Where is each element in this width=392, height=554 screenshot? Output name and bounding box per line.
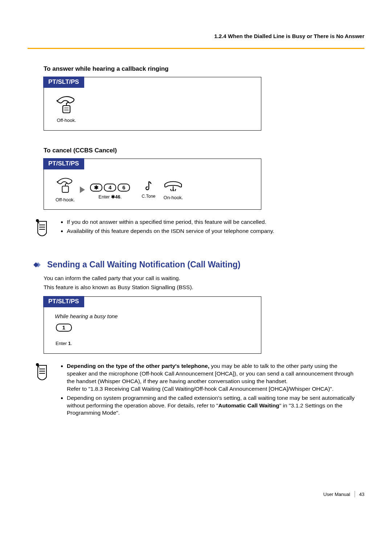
svg-marker-2 (172, 190, 174, 192)
device-tab-3: PT/SLT/PS (43, 296, 84, 307)
note-item: If you do not answer within a specified … (67, 218, 274, 226)
note-item: Depending on system programming and the … (67, 394, 358, 417)
step2-offhook-caption: Off-hook. (56, 197, 75, 203)
step2-onhook-caption: On-hook. (164, 194, 183, 201)
step1-caption: Off-hook. (57, 117, 76, 124)
offhook-icon (56, 95, 77, 115)
section1-title: To answer while hearing a callback ringi… (44, 65, 364, 73)
header-breadcrumb: 1.2.4 When the Dialled Line is Busy or T… (28, 33, 364, 40)
section2-title: To cancel (CCBS Cancel) (44, 147, 364, 155)
offhook-icon (56, 177, 75, 194)
footer-divider (355, 491, 355, 497)
intro-line-1: You can inform the called party that you… (44, 275, 364, 282)
key-6: 6 (118, 184, 130, 192)
page-number: 43 (359, 491, 364, 498)
ctone-label: C.Tone (142, 193, 155, 199)
diamond-bullet-icon (33, 261, 44, 269)
svg-rect-1 (62, 186, 68, 192)
ctone-icon (144, 180, 153, 191)
key-star: ✱ (90, 184, 102, 192)
notes-list-1: If you do not answer within a specified … (60, 218, 274, 237)
condition-text: While hearing a busy tone (44, 313, 261, 324)
note-item: Depending on the type of the other party… (67, 362, 358, 393)
note-icon (34, 362, 50, 418)
arrow-icon (80, 186, 85, 193)
device-tab-1: PT/SLT/PS (43, 77, 84, 88)
header-rule (28, 48, 364, 49)
step3-enter-caption: Enter 1. (56, 340, 72, 347)
device-tab-2: PT/SLT/PS (43, 158, 84, 169)
intro-line-2: This feature is also known as Busy Stati… (44, 284, 364, 291)
key-4: 4 (104, 184, 116, 192)
notes-list-2: Depending on the type of the other party… (60, 362, 358, 418)
footer-label: User Manual (323, 491, 350, 498)
procedure-box-1: PT/SLT/PS Off-hook. (44, 77, 261, 131)
onhook-icon (163, 179, 183, 192)
note-item: Availability of this feature depends on … (67, 227, 274, 235)
procedure-box-3: PT/SLT/PS While hearing a busy tone 1 En… (44, 296, 261, 354)
key-1: 1 (56, 324, 72, 332)
step2-enter-caption: Enter ✱46. (98, 194, 122, 200)
procedure-box-2: PT/SLT/PS Off-hook. ✱ 4 6 Enter (44, 159, 261, 210)
note-icon (34, 218, 50, 237)
section-heading: Sending a Call Waiting Notification (Cal… (47, 259, 240, 270)
